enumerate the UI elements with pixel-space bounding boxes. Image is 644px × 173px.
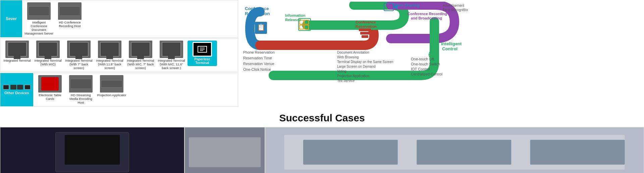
integrated-terminal-icon — [5, 41, 29, 58]
hd-streaming-icon — [69, 75, 93, 93]
other-devices-label: Other Devices — [0, 73, 33, 106]
list-item: Integrated Terminal (With 11.6" back scr… — [95, 41, 124, 70]
list-item: Intelligent Conference Document Manageme… — [24, 2, 54, 35]
svg-text:Intelligent: Intelligent — [441, 41, 462, 46]
svg-text:Web Browsing: Web Browsing — [337, 55, 359, 59]
svg-text:Video Sharing: Video Sharing — [392, 3, 419, 8]
svg-text:Projection Application: Projection Application — [337, 74, 369, 78]
svg-text:Face Recognition: Face Recognition — [443, 8, 468, 12]
server-content: Intelligent Conference Document Manageme… — [22, 0, 238, 37]
other-devices-icons — [3, 85, 31, 90]
list-item: Integrated Terminal — [2, 41, 32, 62]
svg-text:Information: Information — [285, 13, 306, 17]
svg-text:One-touch Lift: One-touch Lift — [411, 57, 434, 61]
svg-text:Control: Control — [442, 46, 458, 51]
integrated-terminal-mic-icon — [36, 41, 60, 58]
icon-row-2 — [17, 85, 31, 90]
list-item: Integrated Terminal (With MIC) — [33, 41, 63, 66]
svg-rect-59 — [417, 140, 511, 165]
svg-text:One-touch Switch: One-touch Switch — [411, 62, 440, 66]
mini-phone-icon — [24, 85, 31, 90]
svg-text:Terminal Display on the Same S: Terminal Display on the Same Screen — [337, 60, 393, 64]
system-diagram: 📋 ◈ — [240, 2, 468, 89]
case-image-2 — [184, 127, 265, 173]
center-diagram-panel: 📋 ◈ — [238, 0, 473, 107]
svg-text:Reservation Time: Reservation Time — [243, 56, 272, 60]
svg-rect-14 — [362, 35, 368, 38]
svg-text:Large Screen on Demand: Large Screen on Demand — [337, 65, 376, 68]
integrated-terminal-mic7back-icon — [129, 41, 152, 58]
list-item: Electronic Table Cards — [35, 75, 65, 101]
successful-cases-section: Successful Cases — [0, 107, 644, 173]
list-item: Integrated Terminal (With MIC, 7" back s… — [126, 41, 155, 70]
svg-text:Conference: Conference — [356, 20, 376, 24]
svg-text:Releasse: Releasse — [285, 18, 301, 22]
svg-text:Reservation: Reservation — [245, 11, 270, 16]
svg-text:Centralized Control: Centralized Control — [411, 72, 442, 76]
mini-screen-icon — [10, 85, 16, 90]
right-col — [473, 0, 644, 107]
terminals-content: Integrated Terminal Integrated Terminal … — [0, 39, 238, 72]
svg-rect-12 — [359, 28, 371, 31]
icon-row-1 — [3, 85, 16, 90]
integrated-terminal-mic11back-icon — [160, 41, 183, 58]
svg-text:and Broadcasting: and Broadcasting — [411, 16, 442, 20]
svg-rect-58 — [303, 140, 398, 165]
main-layout: Sever Intelligent Conference Document Ma… — [0, 0, 644, 107]
cases-images-row — [0, 127, 644, 173]
case-image-1 — [0, 127, 184, 173]
page-wrapper: Sever Intelligent Conference Document Ma… — [0, 0, 644, 173]
server-label: Sever — [0, 0, 22, 37]
svg-text:One-Click Notice: One-Click Notice — [243, 67, 271, 71]
case-img-svg-1 — [0, 127, 184, 173]
svg-text:Tea Service: Tea Service — [337, 79, 355, 82]
svg-text:Advertisement: Advertisement — [443, 4, 464, 7]
svg-text:Conference: Conference — [245, 6, 269, 11]
terminals-row: Integrated Terminal Integrated Terminal … — [0, 38, 238, 72]
hd-recording-host-icon — [58, 2, 82, 20]
svg-rect-60 — [530, 140, 625, 165]
list-item: Integrated Terminal (With MIC, 11.6" bac… — [157, 41, 186, 70]
other-devices-row: Other Devices Electronic Table Cards HD … — [0, 73, 238, 107]
svg-text:Voting: Voting — [337, 69, 346, 73]
integrated-terminal-11back-icon — [98, 41, 121, 58]
case-image-3 — [265, 127, 644, 173]
projection-applicator-icon — [100, 75, 123, 93]
list-item: Integrated Terminal (With 7" back screen… — [64, 41, 94, 70]
svg-rect-53 — [65, 135, 120, 165]
server-row: Sever Intelligent Conference Document Ma… — [0, 0, 238, 38]
list-item: HD Conference Recording Host — [55, 2, 85, 28]
svg-text:Document Annotation: Document Annotation — [337, 51, 369, 54]
svg-text:Reservation: Reservation — [356, 24, 377, 28]
case-img-svg-2 — [185, 127, 265, 173]
svg-text:Phone Reservation: Phone Reservation — [243, 50, 275, 54]
svg-text:📋: 📋 — [257, 23, 265, 31]
case-img-svg-3 — [265, 127, 644, 173]
devices-panel: Sever Intelligent Conference Document Ma… — [0, 0, 238, 107]
svg-text:Reservation Venue: Reservation Venue — [243, 62, 274, 66]
svg-text:IOT Control: IOT Control — [411, 67, 430, 71]
mini-device-icon — [17, 85, 23, 90]
svg-text:Conference Recording: Conference Recording — [408, 12, 447, 16]
paperless-terminal-icon — [193, 42, 212, 57]
electronic-table-cards-icon — [38, 75, 62, 93]
svg-rect-55 — [189, 137, 261, 167]
paperless-terminal-item: Paperless Terminal — [187, 41, 217, 66]
list-item: HD Streaming Media Encoding Host — [66, 75, 96, 104]
integrated-terminal-7back-icon — [67, 41, 91, 58]
list-item: Projection Applicator — [97, 75, 126, 97]
intelligent-conference-server-icon — [27, 2, 51, 20]
mini-monitor-icon — [3, 85, 9, 90]
svg-rect-13 — [360, 32, 370, 35]
diagram-svg: 📋 ◈ — [240, 2, 468, 89]
other-devices-content: Electronic Table Cards HD Streaming Medi… — [33, 73, 238, 106]
successful-cases-title: Successful Cases — [0, 112, 644, 124]
